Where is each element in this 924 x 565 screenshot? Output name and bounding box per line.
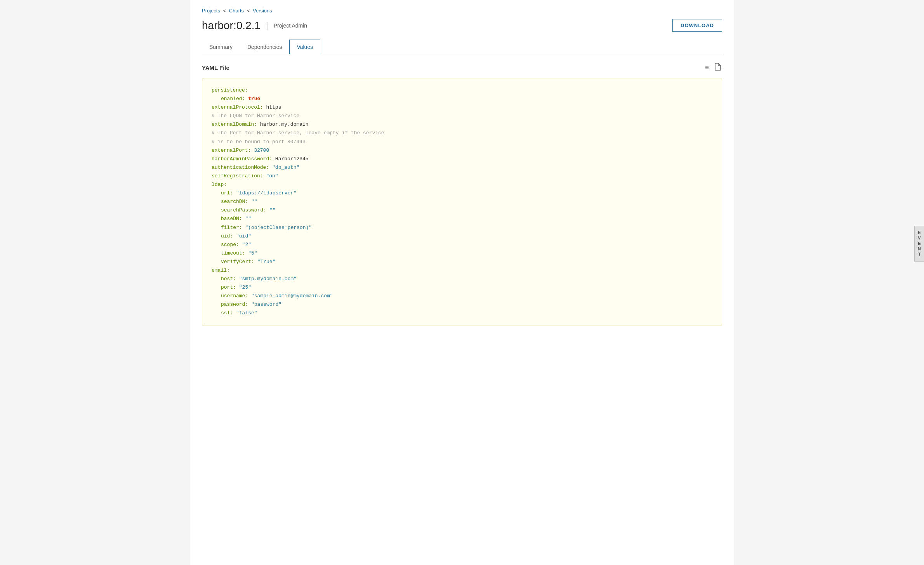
breadcrumb: Projects < Charts < Versions xyxy=(202,8,722,14)
yaml-line: searchDN: "" xyxy=(212,198,712,206)
yaml-line: # is to be bound to port 80/443 xyxy=(212,138,712,146)
yaml-code-block: persistence: enabled: true externalProto… xyxy=(202,78,722,326)
section-header: YAML File ≡ xyxy=(202,62,722,73)
download-button[interactable]: DOWNLOAD xyxy=(672,19,722,32)
yaml-line: externalPort: 32700 xyxy=(212,146,712,155)
yaml-line: username: "sample_admin@mydomain.com" xyxy=(212,292,712,300)
title-divider: | xyxy=(266,21,268,31)
breadcrumb-projects[interactable]: Projects xyxy=(202,8,220,14)
file-view-icon[interactable] xyxy=(714,62,722,73)
page-title-area: harbor:0.2.1 | Project Admin xyxy=(202,19,307,32)
yaml-line: scope: "2" xyxy=(212,241,712,249)
yaml-line: password: "password" xyxy=(212,300,712,309)
yaml-line: baseDN: "" xyxy=(212,215,712,223)
yaml-line: # The FQDN for Harbor service xyxy=(212,112,712,120)
yaml-line: # The Port for Harbor service, leave emp… xyxy=(212,129,712,137)
yaml-line: ssl: "false" xyxy=(212,309,712,317)
tab-summary[interactable]: Summary xyxy=(202,40,240,54)
project-role: Project Admin xyxy=(274,23,307,29)
main-container: Projects < Charts < Versions harbor:0.2.… xyxy=(190,0,734,565)
section-title: YAML File xyxy=(202,64,229,71)
yaml-line: selfRegistration: "on" xyxy=(212,172,712,180)
breadcrumb-versions[interactable]: Versions xyxy=(253,8,272,14)
tabs: Summary Dependencies Values xyxy=(202,40,722,54)
tab-dependencies[interactable]: Dependencies xyxy=(240,40,290,54)
breadcrumb-sep-1: < xyxy=(223,8,228,14)
yaml-line: host: "smtp.mydomain.com" xyxy=(212,275,712,283)
breadcrumb-charts[interactable]: Charts xyxy=(229,8,244,14)
yaml-line: externalDomain: harbor.my.domain xyxy=(212,120,712,129)
yaml-line: uid: "uid" xyxy=(212,232,712,241)
yaml-line: timeout: "5" xyxy=(212,249,712,258)
yaml-line: url: "ldaps://ldapserver" xyxy=(212,189,712,198)
page-title: harbor:0.2.1 xyxy=(202,19,261,32)
yaml-line: persistence: xyxy=(212,86,712,95)
yaml-line: verifyCert: "True" xyxy=(212,258,712,266)
yaml-line: filter: "(objectClass=person)" xyxy=(212,224,712,232)
yaml-line: port: "25" xyxy=(212,283,712,292)
yaml-line: harborAdminPassword: Harbor12345 xyxy=(212,155,712,163)
section-icons: ≡ xyxy=(704,62,722,73)
yaml-line: externalProtocol: https xyxy=(212,103,712,112)
yaml-line: ldap: xyxy=(212,180,712,189)
event-tab[interactable]: EVENT xyxy=(914,226,924,262)
yaml-line: email: xyxy=(212,266,712,275)
breadcrumb-sep-2: < xyxy=(247,8,251,14)
yaml-line: searchPassword: "" xyxy=(212,206,712,215)
yaml-line: authenticationMode: "db_auth" xyxy=(212,163,712,172)
yaml-line: enabled: true xyxy=(212,95,712,103)
list-view-icon[interactable]: ≡ xyxy=(704,63,710,73)
page-header: harbor:0.2.1 | Project Admin DOWNLOAD xyxy=(202,19,722,32)
tab-values[interactable]: Values xyxy=(289,40,320,54)
